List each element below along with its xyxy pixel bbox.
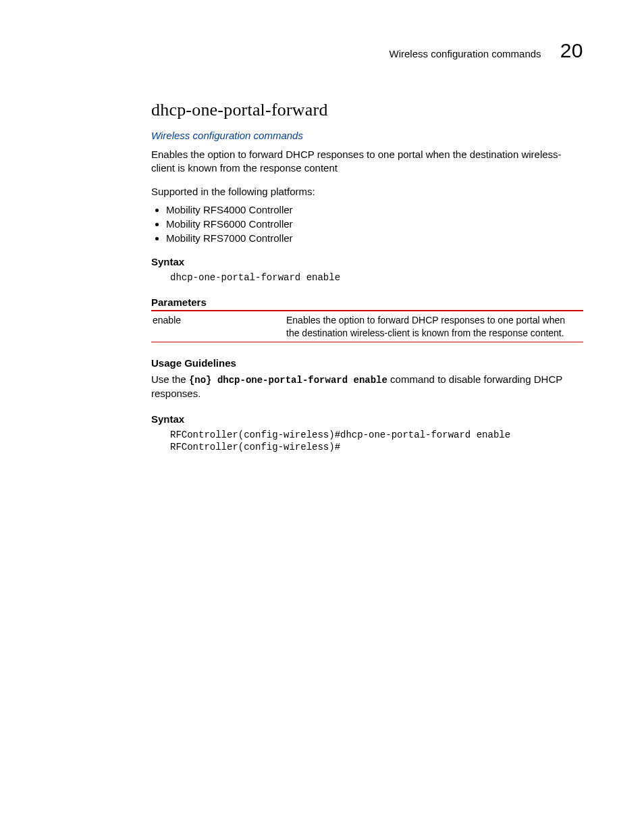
- running-header: Wireless configuration commands 20: [151, 39, 583, 62]
- cross-reference-link[interactable]: Wireless configuration commands: [151, 130, 583, 141]
- intro-paragraph: Enables the option to forward DHCP respo…: [151, 148, 583, 176]
- usage-code: {no} dhcp-one-portal-forward enable: [189, 375, 387, 386]
- page: Wireless configuration commands 20 dhcp-…: [0, 0, 644, 506]
- chapter-number: 20: [560, 39, 583, 62]
- list-item: Mobility RFS6000 Controller: [166, 218, 583, 230]
- usage-text: Use the {no} dhcp-one-portal-forward ena…: [151, 373, 583, 400]
- param-name: enable: [151, 311, 285, 342]
- platform-list: Mobility RFS4000 Controller Mobility RFS…: [151, 204, 583, 244]
- parameters-table: enable Enables the option to forward DHC…: [151, 310, 583, 343]
- list-item: Mobility RFS7000 Controller: [166, 232, 583, 244]
- param-desc: Enables the option to forward DHCP respo…: [285, 311, 583, 342]
- table-row: enable Enables the option to forward DHC…: [151, 311, 583, 342]
- syntax-heading: Syntax: [151, 256, 583, 267]
- parameters-heading: Parameters: [151, 296, 583, 308]
- supported-label: Supported in the following platforms:: [151, 185, 583, 199]
- syntax-code-2: RFController(config-wireless)#dhcp-one-p…: [170, 429, 583, 454]
- usage-heading: Usage Guidelines: [151, 357, 583, 369]
- usage-pre: Use the: [151, 373, 189, 385]
- command-title: dhcp-one-portal-forward: [151, 100, 583, 120]
- list-item: Mobility RFS4000 Controller: [166, 204, 583, 215]
- syntax-code: dhcp-one-portal-forward enable: [170, 271, 583, 284]
- section-name: Wireless configuration commands: [390, 48, 541, 59]
- syntax-heading-2: Syntax: [151, 413, 583, 425]
